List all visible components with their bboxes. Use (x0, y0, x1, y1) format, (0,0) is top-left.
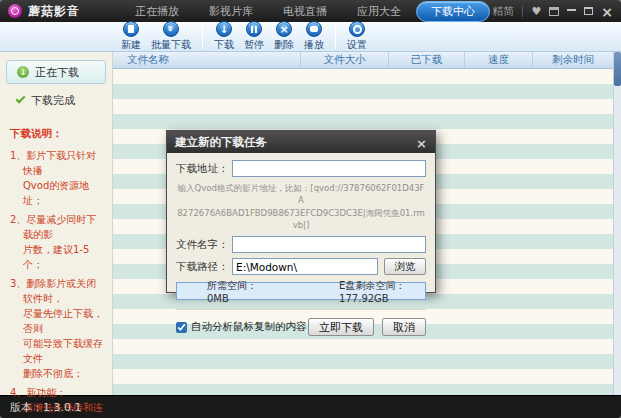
settings-button[interactable]: 设置 (347, 21, 367, 52)
close-button[interactable] (601, 2, 613, 21)
toolbar-separator (335, 25, 336, 49)
toolbar-separator (202, 25, 203, 49)
skin-icon[interactable] (549, 7, 559, 16)
delete-button[interactable]: 删除 (274, 21, 294, 52)
path-row: 下载路径： 浏览 (176, 258, 426, 275)
browse-button[interactable]: 浏览 (384, 258, 426, 275)
downloading-icon (17, 66, 29, 78)
sidebar: 正在下载 下载完成 下载说明： 1、影片下载只针对快播 Qvod的资源地址； 2… (0, 52, 113, 395)
minimize-button[interactable] (567, 8, 576, 11)
column-filesize[interactable]: 文件大小 (301, 52, 389, 68)
download-toolbar: 新建 批量下载 下载 暂停 删除 播放 设置 (0, 22, 621, 52)
required-space-text: 所需空间： 0MB (207, 279, 261, 304)
play-button[interactable]: 播放 (304, 21, 324, 52)
maximize-button[interactable] (584, 7, 593, 15)
sidebar-item-downloading[interactable]: 正在下载 (6, 60, 106, 84)
filename-input[interactable] (232, 236, 426, 253)
disk-space-bar: 所需空间： 0MB E盘剩余空间： 177.92GB (176, 282, 426, 300)
sidebar-item-label: 下载完成 (31, 93, 75, 108)
new-task-button[interactable]: 新建 (121, 21, 141, 52)
sidebar-item-label: 正在下载 (35, 65, 79, 80)
tab-film-library[interactable]: 影视片库 (194, 1, 268, 22)
favorite-heart-icon[interactable] (531, 6, 541, 17)
vertical-scrollbar[interactable] (613, 52, 621, 395)
settings-gear-icon (349, 21, 365, 37)
app-title: 蘑菇影音 (28, 3, 80, 20)
batch-download-icon (163, 21, 179, 37)
free-space-text: E盘剩余空间： 177.92GB (339, 279, 425, 304)
note-item: 1、影片下载只针对快播 Qvod的资源地址； (10, 148, 104, 208)
scrollbar-thumb[interactable] (614, 52, 621, 86)
nav-tabs: 正在播放 影视片库 电视直播 应用大全 下载中心 (120, 1, 490, 22)
auto-analyze-label: 自动分析鼠标复制的内容 (191, 320, 307, 334)
dialog-close-icon[interactable] (416, 133, 427, 152)
new-task-icon (123, 21, 139, 37)
cancel-button[interactable]: 取消 (382, 318, 426, 336)
compact-mode-toggle[interactable]: 精简 (492, 4, 514, 19)
app-logo-icon (8, 4, 22, 18)
pause-icon (246, 21, 262, 37)
app-window: 蘑菇影音 正在播放 影视片库 电视直播 应用大全 下载中心 精简 新建 批量下载 (0, 0, 621, 418)
dialog-header: 建立新的下载任务 (167, 131, 435, 153)
download-button[interactable]: 下载 (214, 21, 234, 52)
dialog-body: 下载地址： 输入Qvod格式的影片地址，比如：[qvod://37876062F… (167, 153, 435, 336)
notes-title: 下载说明： (10, 126, 104, 142)
address-row: 下载地址： (176, 160, 426, 177)
version-text: 版本：1.3.0.1 (10, 400, 81, 415)
table-header: 文件名称 文件大小 已下载 速度 剩余时间 (113, 52, 621, 69)
play-icon (306, 21, 322, 37)
download-notes: 下载说明： 1、影片下载只针对快播 Qvod的资源地址； 2、尽量减少同时下载的… (10, 126, 104, 418)
sidebar-item-completed[interactable]: 下载完成 (6, 88, 106, 112)
tab-download-center[interactable]: 下载中心 (416, 1, 490, 22)
hint-line-1: 输入Qvod格式的影片地址，比如：[qvod://37876062F01D43F… (176, 182, 426, 207)
column-remaining-time[interactable]: 剩余时间 (533, 52, 613, 68)
new-download-dialog: 建立新的下载任务 下载地址： 输入Qvod格式的影片地址，比如：[qvod://… (166, 130, 436, 293)
note-item: 2、尽量减少同时下载的影 片数，建议1-5个； (10, 212, 104, 272)
tab-now-playing[interactable]: 正在播放 (120, 1, 194, 22)
download-icon (216, 21, 232, 37)
titlebar-divider (522, 6, 523, 17)
delete-icon (276, 21, 292, 37)
pause-button[interactable]: 暂停 (244, 21, 264, 52)
column-speed[interactable]: 速度 (465, 52, 533, 68)
address-input[interactable] (232, 160, 426, 177)
auto-analyze-checkbox[interactable] (176, 322, 187, 333)
auto-analyze-option[interactable]: 自动分析鼠标复制的内容 (176, 320, 307, 334)
dialog-title: 建立新的下载任务 (175, 135, 267, 150)
filename-row: 文件名字： (176, 236, 426, 253)
tab-app-center[interactable]: 应用大全 (342, 1, 416, 22)
check-icon (16, 94, 26, 104)
filename-label: 文件名字： (176, 238, 232, 252)
address-label: 下载地址： (176, 162, 232, 176)
titlebar: 蘑菇影音 正在播放 影视片库 电视直播 应用大全 下载中心 精简 (0, 0, 621, 22)
tab-tv-live[interactable]: 电视直播 (268, 1, 342, 22)
dialog-footer: 自动分析鼠标复制的内容 立即下载 取消 (176, 309, 426, 336)
column-filename[interactable]: 文件名称 (113, 52, 301, 68)
download-now-button[interactable]: 立即下载 (308, 318, 374, 336)
titlebar-controls: 精简 (492, 2, 613, 21)
column-downloaded[interactable]: 已下载 (389, 52, 465, 68)
address-hint: 输入Qvod格式的影片地址，比如：[qvod://37876062F01D43F… (176, 182, 426, 231)
path-label: 下载路径： (176, 260, 232, 274)
dialog-buttons: 立即下载 取消 (308, 318, 426, 336)
note-item: 3、删除影片或关闭软件时， 尽量先停止下载，否则 可能导致下载缓存文件 删除不彻… (10, 276, 104, 381)
hint-line-2: 8272676A6BAD1FBD9B8673EFCD9C3DC3E|海阔凭鱼01… (176, 207, 426, 232)
path-input[interactable] (232, 258, 378, 275)
batch-download-button[interactable]: 批量下载 (151, 21, 191, 52)
